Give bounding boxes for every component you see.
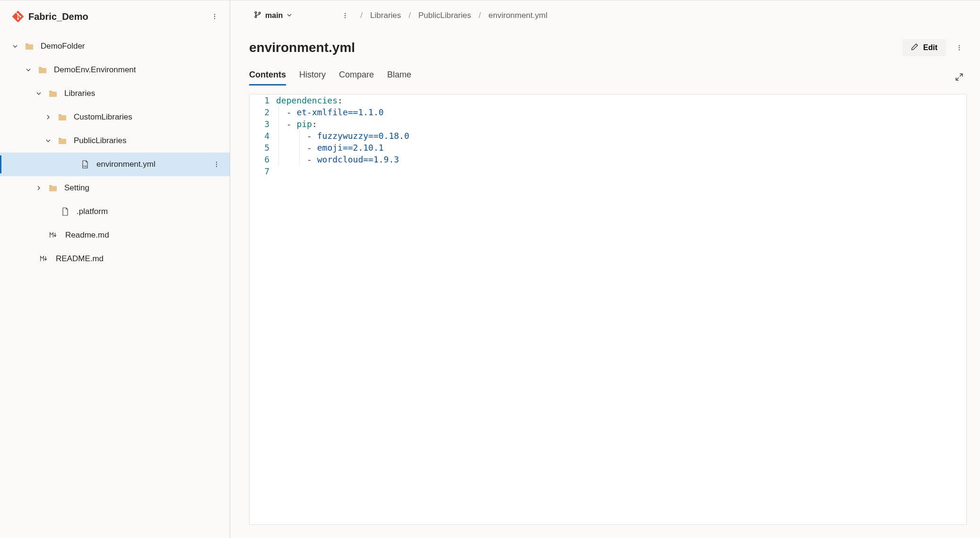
code-line: 7 — [250, 165, 966, 177]
expand-button[interactable] — [952, 69, 967, 85]
svg-point-5 — [216, 164, 217, 165]
svg-point-12 — [345, 17, 346, 18]
chevron-down-icon[interactable] — [35, 90, 43, 97]
tree-item[interactable]: Libraries — [0, 82, 230, 105]
code-content: - et-xmlfile==1.1.0 — [276, 106, 384, 118]
breadcrumb-item[interactable]: Libraries — [370, 11, 401, 20]
tree-item-more-button[interactable] — [209, 157, 224, 172]
chevron-down-icon[interactable] — [11, 43, 19, 50]
folder-icon — [48, 183, 58, 193]
chevron-none — [47, 208, 55, 215]
breadcrumb: /Libraries/PublicLibraries/environment.y… — [360, 11, 547, 20]
tree-item-label: Readme.md — [65, 231, 109, 240]
tree-item[interactable]: CustomLibraries — [0, 105, 230, 129]
tree-item-label: PublicLibraries — [74, 136, 127, 145]
svg-point-6 — [216, 166, 217, 167]
tree-item-label: CustomLibraries — [74, 112, 132, 122]
code-content: dependencies: — [276, 94, 343, 106]
folder-icon — [58, 112, 67, 122]
file-title: environment.yml — [249, 40, 355, 55]
toolbar-more-button[interactable] — [338, 8, 353, 23]
branch-icon — [254, 11, 261, 20]
tree-item[interactable]: Setting — [0, 176, 230, 200]
folder-icon — [38, 65, 47, 75]
tree-item[interactable]: DemoFolder — [0, 34, 230, 58]
tree-item[interactable]: .platform — [0, 200, 230, 223]
line-number: 6 — [250, 154, 276, 165]
chevron-down-icon[interactable] — [25, 66, 32, 74]
code-content: - fuzzywuzzy==0.18.0 — [276, 130, 409, 142]
code-line: 6 - wordcloud==1.9.3 — [250, 154, 966, 165]
file-more-button[interactable] — [952, 40, 967, 55]
tab-blame[interactable]: Blame — [387, 70, 411, 85]
tree-item-label: DemoFolder — [41, 42, 85, 51]
code-line: 1dependencies: — [250, 94, 966, 106]
svg-point-1 — [214, 16, 215, 17]
tree-item[interactable]: YMLenvironment.yml — [0, 153, 230, 176]
tree-item[interactable]: Readme.md — [0, 223, 230, 247]
code-content: - wordcloud==1.9.3 — [276, 154, 399, 165]
line-number: 2 — [250, 106, 276, 118]
branch-selector[interactable]: main — [249, 8, 297, 23]
svg-point-14 — [959, 47, 960, 48]
code-line: 4 - fuzzywuzzy==0.18.0 — [250, 130, 966, 142]
svg-point-4 — [216, 162, 217, 162]
svg-point-8 — [255, 16, 257, 18]
code-line: 2 - et-xmlfile==1.1.0 — [250, 106, 966, 118]
markdown-icon — [49, 231, 59, 240]
markdown-icon — [40, 254, 49, 264]
code-line: 5 - emoji==2.10.1 — [250, 142, 966, 154]
code-content: - emoji==2.10.1 — [276, 142, 384, 154]
folder-icon — [58, 136, 67, 145]
line-number: 5 — [250, 142, 276, 154]
yml-file-icon: YML — [80, 160, 90, 169]
line-number: 4 — [250, 130, 276, 142]
folder-icon — [48, 89, 58, 98]
chevron-down-icon[interactable] — [44, 137, 52, 145]
svg-point-11 — [345, 15, 346, 16]
svg-point-13 — [959, 45, 960, 46]
tree-item[interactable]: DemoEnv.Environment — [0, 58, 230, 82]
chevron-none — [36, 231, 43, 239]
chevron-right-icon[interactable] — [35, 184, 43, 192]
svg-text:YML: YML — [83, 165, 88, 168]
tree-item-label: Libraries — [64, 89, 95, 98]
line-number: 1 — [250, 94, 276, 106]
tree-item[interactable]: README.md — [0, 247, 230, 271]
breadcrumb-item[interactable]: environment.yml — [488, 11, 547, 20]
chevron-right-icon[interactable] — [44, 113, 52, 121]
tab-contents[interactable]: Contents — [249, 70, 286, 85]
svg-point-7 — [255, 12, 257, 14]
sidebar: Fabric_Demo DemoFolderDemoEnv.Environmen… — [0, 0, 230, 538]
repo-header: Fabric_Demo — [0, 0, 230, 33]
code-line: 3 - pip: — [250, 118, 966, 130]
svg-point-9 — [259, 12, 260, 14]
tree-item-label: environment.yml — [96, 160, 156, 169]
repo-more-button[interactable] — [207, 9, 222, 24]
chevron-none — [67, 161, 75, 168]
edit-label: Edit — [923, 43, 937, 52]
branch-name: main — [265, 11, 283, 20]
svg-point-0 — [214, 14, 215, 15]
breadcrumb-item[interactable]: PublicLibraries — [418, 11, 471, 20]
folder-icon — [25, 42, 34, 51]
tree-item[interactable]: PublicLibraries — [0, 129, 230, 153]
toolbar: main /Libraries/PublicLibraries/environm… — [249, 0, 967, 31]
file-icon — [61, 207, 70, 216]
tree-item-label: Setting — [64, 183, 89, 193]
pencil-icon — [911, 43, 919, 52]
svg-point-10 — [345, 13, 346, 14]
main-panel: main /Libraries/PublicLibraries/environm… — [230, 0, 980, 538]
edit-button[interactable]: Edit — [902, 39, 946, 56]
tab-compare[interactable]: Compare — [339, 70, 374, 85]
tree-item-label: DemoEnv.Environment — [54, 65, 136, 75]
git-icon — [12, 11, 24, 22]
tab-history[interactable]: History — [299, 70, 326, 85]
chevron-down-icon — [286, 11, 292, 20]
code-content: - pip: — [276, 118, 317, 130]
code-viewer[interactable]: 1dependencies:2 - et-xmlfile==1.1.03 - p… — [249, 94, 967, 525]
repo-name: Fabric_Demo — [28, 11, 88, 22]
svg-point-2 — [214, 18, 215, 19]
line-number: 7 — [250, 165, 276, 177]
tree-item-label: .platform — [77, 207, 108, 216]
